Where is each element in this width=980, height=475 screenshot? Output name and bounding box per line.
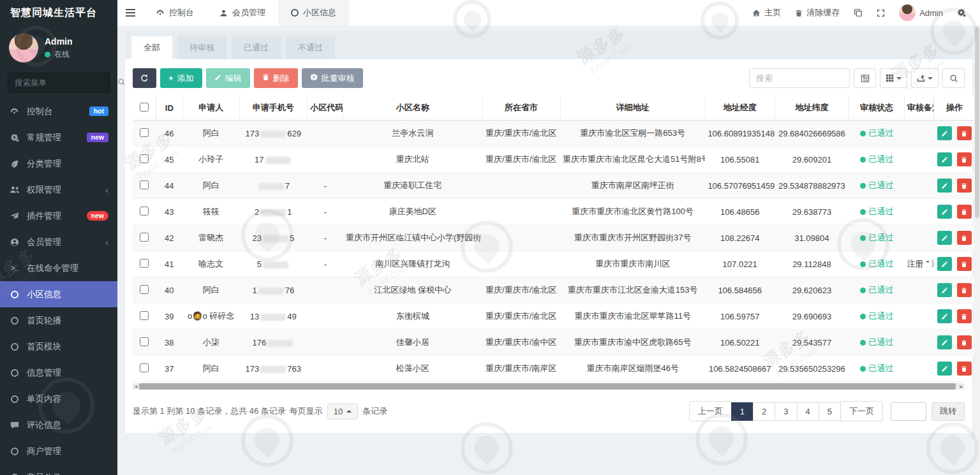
scroll-right-arrow-icon[interactable]: ► — [958, 383, 965, 390]
fullscreen-icon[interactable] — [877, 9, 885, 17]
settings-gear-icon[interactable] — [957, 8, 966, 17]
hamburger-menu-icon[interactable] — [117, 0, 143, 26]
page-button-4[interactable]: 4 — [797, 402, 819, 421]
horizontal-scrollbar[interactable]: ◄ ► — [133, 383, 965, 390]
sidebar-item-plugins[interactable]: 插件管理 new — [0, 203, 117, 229]
delete-row-button[interactable] — [957, 126, 972, 140]
edit-row-button[interactable] — [937, 257, 952, 271]
copy-icon[interactable] — [854, 8, 863, 17]
jump-button[interactable]: 跳转 — [932, 402, 965, 421]
row-checkbox[interactable] — [140, 207, 149, 216]
sidebar-item-home-carousel[interactable]: 首页轮播 — [0, 307, 117, 333]
sidebar-item-info-management[interactable]: 信息管理 — [0, 360, 117, 386]
filter-tab-pending[interactable]: 待审核 — [177, 36, 226, 59]
select-all-checkbox[interactable] — [140, 103, 149, 112]
clear-cache-link[interactable]: 清除缓存 — [795, 7, 840, 18]
row-checkbox[interactable] — [140, 337, 149, 346]
export-button[interactable] — [911, 68, 939, 88]
delete-row-button[interactable] — [957, 152, 972, 166]
edit-row-button[interactable] — [937, 231, 952, 245]
sidebar-item-comments[interactable]: 评论信息 — [0, 412, 117, 438]
delete-row-button[interactable] — [957, 283, 972, 297]
nav-tab-community-info[interactable]: 小区信息 — [278, 0, 349, 26]
detail-view-button[interactable] — [854, 68, 876, 88]
caret-up-icon — [346, 410, 352, 413]
scroll-left-arrow-icon[interactable]: ◄ — [133, 383, 139, 390]
delete-row-button[interactable] — [957, 231, 972, 245]
search-button[interactable] — [942, 68, 965, 88]
sidebar-item-general[interactable]: 常规管理 new — [0, 124, 117, 150]
batch-audit-button[interactable]: 批量审核 — [302, 68, 363, 88]
vertical-scrollbar-thumb[interactable] — [975, 27, 979, 218]
refresh-button[interactable] — [133, 68, 156, 88]
row-checkbox[interactable] — [140, 311, 149, 320]
row-checkbox[interactable] — [140, 154, 149, 163]
paper-plane-icon — [9, 212, 20, 221]
cell-checkbox — [133, 356, 156, 382]
sidebar-search-input[interactable] — [15, 78, 117, 87]
row-checkbox[interactable] — [140, 128, 149, 137]
page-button-2[interactable]: 2 — [753, 402, 775, 421]
delete-row-button[interactable] — [957, 179, 972, 193]
sidebar-item-dashboard[interactable]: 控制台 hot — [0, 98, 117, 124]
gears-icon — [9, 133, 20, 142]
table-search-input[interactable] — [749, 68, 850, 88]
sidebar-item-single-page[interactable]: 单页内容 — [0, 386, 117, 412]
add-button[interactable]: +添加 — [160, 68, 202, 88]
cell-applicant: 筱筱 — [182, 199, 239, 225]
cell-audit-remark — [904, 356, 933, 382]
page-button-5[interactable]: 5 — [819, 402, 841, 421]
row-checkbox[interactable] — [140, 180, 149, 189]
delete-row-button[interactable] — [957, 309, 972, 323]
row-checkbox[interactable] — [140, 285, 149, 294]
page-vertical-scrollbar[interactable] — [974, 26, 980, 475]
edit-row-button[interactable] — [937, 152, 952, 166]
delete-row-button[interactable] — [957, 257, 972, 271]
edit-row-button[interactable] — [937, 126, 952, 140]
sidebar-item-online-commands[interactable]: >_ 在线命令管理 — [0, 255, 117, 281]
nav-tab-members[interactable]: 会员管理 — [207, 0, 278, 26]
edit-row-button[interactable] — [937, 205, 952, 219]
sidebar-item-community-info[interactable]: 小区信息 — [0, 281, 117, 307]
filter-tab-approved[interactable]: 已通过 — [232, 36, 281, 59]
columns-button[interactable] — [880, 68, 907, 88]
delete-button[interactable]: 删除 — [254, 68, 298, 88]
row-checkbox[interactable] — [140, 259, 149, 268]
sidebar-item-members[interactable]: 会员管理 ‹ — [0, 229, 117, 255]
navbar-user[interactable]: Admin — [899, 4, 943, 21]
delete-row-button[interactable] — [957, 362, 972, 376]
next-page-button[interactable]: 下一页 — [840, 401, 883, 421]
edit-row-button[interactable] — [937, 335, 952, 349]
nav-tab-dashboard[interactable]: 控制台 — [143, 0, 207, 26]
sidebar-item-categories[interactable]: 分类管理 — [0, 150, 117, 177]
edit-row-button[interactable] — [937, 179, 952, 193]
edit-row-button[interactable] — [937, 362, 952, 376]
cell-code — [308, 356, 343, 382]
row-checkbox[interactable] — [140, 363, 149, 372]
sidebar-item-product-categories[interactable]: 商品分类 — [0, 464, 117, 475]
sidebar-item-home-modules[interactable]: 首页模块 — [0, 333, 117, 360]
delete-row-button[interactable] — [957, 205, 972, 219]
cell-phone: 176 — [239, 330, 308, 356]
status-dot-icon — [860, 209, 866, 215]
edit-row-button[interactable] — [937, 283, 952, 297]
sidebar-search[interactable] — [8, 73, 110, 93]
prev-page-button[interactable]: 上一页 — [689, 401, 732, 421]
filter-tab-all[interactable]: 全部 — [131, 36, 172, 59]
scrollbar-thumb[interactable] — [139, 383, 956, 390]
page-button-1[interactable]: 1 — [731, 402, 754, 421]
row-checkbox[interactable] — [140, 233, 149, 242]
edit-button[interactable]: 编辑 — [206, 68, 250, 88]
cell-checkbox — [133, 251, 156, 277]
sidebar-item-permissions[interactable]: 权限管理 ‹ — [0, 177, 117, 203]
page-button-3[interactable]: 3 — [775, 402, 797, 421]
delete-row-button[interactable] — [957, 335, 972, 349]
user-avatar[interactable] — [9, 33, 38, 62]
home-link[interactable]: 主页 — [752, 7, 781, 18]
sidebar-item-merchants[interactable]: 商户管理 — [0, 438, 117, 464]
edit-row-button[interactable] — [937, 309, 952, 323]
per-page-select[interactable]: 10 — [327, 404, 358, 420]
filter-tab-rejected[interactable]: 不通过 — [286, 36, 335, 59]
jump-page-input[interactable] — [891, 402, 926, 421]
cell-longitude: 108.22674 — [705, 225, 775, 251]
